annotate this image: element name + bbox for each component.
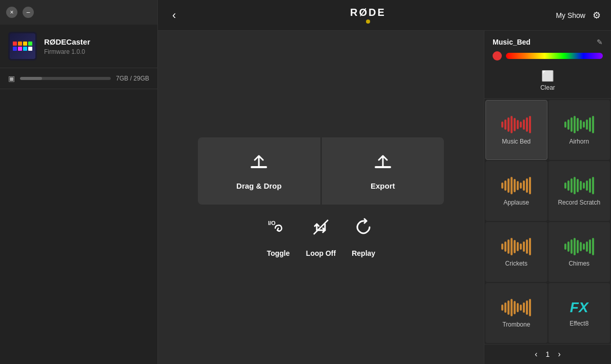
export-icon xyxy=(373,152,393,174)
clear-label: Clear xyxy=(540,84,555,91)
sound-tile-music-bed[interactable]: Music Bed xyxy=(485,100,547,160)
close-button[interactable]: × xyxy=(6,7,17,18)
replay-label: Replay xyxy=(352,249,375,257)
sound-tile-applause[interactable]: Applause xyxy=(485,161,547,221)
sidebar-titlebar: × – xyxy=(0,0,157,25)
sound-name-crickets: Crickets xyxy=(505,260,527,267)
rode-dot xyxy=(366,19,370,24)
mini-pads xyxy=(13,42,32,51)
rode-brand-text: RØDE xyxy=(350,7,386,18)
sound-name-chimes: Chimes xyxy=(568,260,589,267)
sound-tile-airhorn[interactable]: Airhorn xyxy=(548,100,610,160)
drag-drop-label: Drag & Drop xyxy=(236,181,281,190)
replay-control[interactable]: Replay xyxy=(351,215,376,257)
show-label: My Show xyxy=(556,11,585,19)
waveform-record-scratch xyxy=(564,176,594,195)
sound-tile-chimes[interactable]: Chimes xyxy=(548,222,610,282)
drag-drop-icon xyxy=(249,152,269,174)
sound-tile-record-scratch[interactable]: Record Scratch xyxy=(548,161,610,221)
topbar-right: My Show ⚙ xyxy=(556,10,601,21)
sound-tile-crickets[interactable]: Crickets xyxy=(485,222,547,282)
storage-bar xyxy=(20,77,111,80)
sound-name-effect8: Effect8 xyxy=(569,320,588,327)
device-firmware: Firmware 1.0.0 xyxy=(44,48,90,55)
page-number: 1 xyxy=(546,350,550,358)
waveform-airhorn xyxy=(564,115,594,134)
device-thumbnail xyxy=(8,32,37,60)
drag-drop-card[interactable]: Drag & Drop xyxy=(198,137,320,205)
device-section: RØDECaster Firmware 1.0.0 xyxy=(0,25,157,68)
toggle-control[interactable]: I/O Toggle xyxy=(266,215,291,257)
close-icon: × xyxy=(10,9,13,16)
device-mini-graphic xyxy=(10,33,35,59)
sound-tile-trombone[interactable]: Trombone xyxy=(485,283,547,343)
loop-off-icon xyxy=(309,215,333,244)
svg-text:I/O: I/O xyxy=(268,220,276,226)
loop-off-label: Loop Off xyxy=(306,249,336,257)
control-row: I/O Toggle Loop xyxy=(266,215,376,257)
content-area: Drag & Drop Export I/O xyxy=(158,31,611,364)
center-panel: Drag & Drop Export I/O xyxy=(158,31,484,364)
back-button[interactable]: ‹ xyxy=(168,7,180,24)
waveform-chimes xyxy=(564,237,594,256)
toggle-icon: I/O xyxy=(266,215,291,244)
waveform-applause xyxy=(501,176,531,195)
svg-line-3 xyxy=(314,220,328,234)
file-name-row: Music_Bed ✎ xyxy=(493,38,603,46)
clear-btn-container: ⬜ Clear xyxy=(493,66,603,93)
storage-bar-fill xyxy=(20,77,42,80)
edit-icon[interactable]: ✎ xyxy=(597,38,603,46)
sound-tile-effect8[interactable]: FX Effect8 xyxy=(548,283,610,343)
minimize-button[interactable]: – xyxy=(23,7,34,18)
right-panel-header: Music_Bed ✎ ⬜ Clear xyxy=(484,31,611,99)
right-panel: Music_Bed ✎ ⬜ Clear Music Bed Airhorn xyxy=(484,31,611,364)
waveform-trombone xyxy=(501,298,531,317)
action-row: Drag & Drop Export xyxy=(198,137,444,205)
svg-rect-1 xyxy=(375,166,391,168)
sound-grid: Music Bed Airhorn Applause Record Scratc… xyxy=(484,99,611,344)
waveform-music-bed xyxy=(501,115,531,134)
color-dot[interactable] xyxy=(493,51,502,60)
sound-name-record-scratch: Record Scratch xyxy=(558,199,600,206)
topbar: ‹ RØDE My Show ⚙ xyxy=(158,0,611,31)
prev-page-button[interactable]: ‹ xyxy=(535,350,537,359)
loop-off-control[interactable]: Loop Off xyxy=(306,215,336,257)
sound-name-airhorn: Airhorn xyxy=(569,138,589,145)
replay-icon xyxy=(351,215,376,244)
main-area: ‹ RØDE My Show ⚙ Drag & Drop xyxy=(158,0,611,364)
storage-icon: ▣ xyxy=(8,74,15,83)
device-name: RØDECaster xyxy=(44,37,90,46)
sound-name-trombone: Trombone xyxy=(502,321,530,328)
minimize-icon: – xyxy=(27,9,30,16)
next-page-button[interactable]: › xyxy=(558,350,560,359)
device-info: RØDECaster Firmware 1.0.0 xyxy=(44,37,90,55)
toggle-label: Toggle xyxy=(267,249,290,257)
rode-logo: RØDE xyxy=(350,7,386,24)
eraser-icon[interactable]: ⬜ xyxy=(541,70,554,82)
sidebar: × – RØDECaster Firmware 1.0.0 ▣ 7GB / 29… xyxy=(0,0,158,364)
export-label: Export xyxy=(371,181,395,190)
waveform-crickets xyxy=(501,237,531,256)
rainbow-bar[interactable] xyxy=(506,53,603,59)
settings-button[interactable]: ⚙ xyxy=(593,10,601,21)
sound-name-applause: Applause xyxy=(503,199,529,206)
storage-section: ▣ 7GB / 29GB xyxy=(0,68,157,89)
color-bar-container xyxy=(493,51,603,60)
sound-name-music-bed: Music Bed xyxy=(502,138,531,145)
storage-label: 7GB / 29GB xyxy=(116,75,149,82)
file-name: Music_Bed xyxy=(493,38,531,46)
svg-rect-0 xyxy=(251,166,267,168)
pagination: ‹ 1 › xyxy=(484,344,611,364)
export-card[interactable]: Export xyxy=(322,137,444,205)
